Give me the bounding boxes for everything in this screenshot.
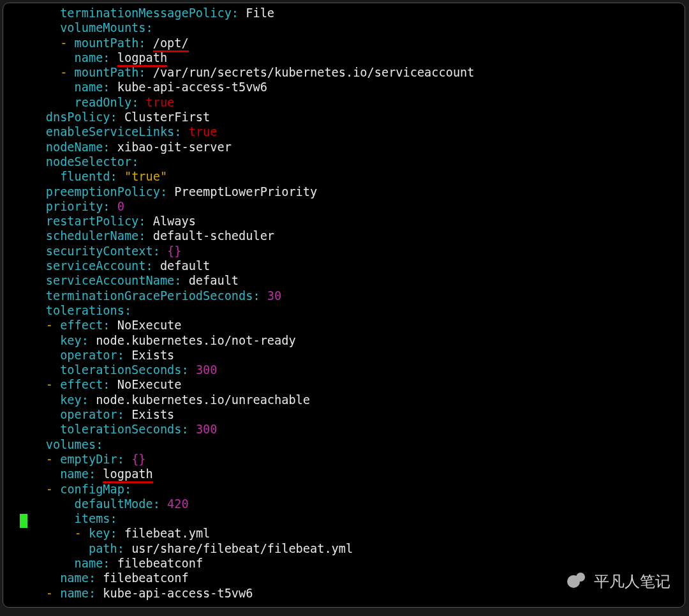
code-line: dnsPolicy: ClusterFirst (17, 110, 679, 124)
terminal-frame: terminationMessagePolicy: File volumeMou… (3, 3, 685, 608)
code-line: securityContext: {} (17, 244, 679, 259)
code-line: operator: Exists (17, 348, 679, 363)
code-line: terminationMessagePolicy: File (17, 6, 679, 20)
code-line: items: (17, 511, 679, 526)
code-line: - effect: NoExecute (17, 318, 679, 333)
code-line: serviceAccountName: default (17, 273, 679, 288)
code-line: tolerationSeconds: 300 (17, 422, 679, 437)
code-line: name: logpath (17, 50, 679, 65)
code-line: volumes: (17, 437, 679, 452)
code-line: name: filebeatconf (17, 556, 679, 571)
code-line: - mountPath: /var/run/secrets/kubernetes… (17, 65, 679, 80)
code-line: key: node.kubernetes.io/not-ready (17, 333, 679, 348)
code-line: fluentd: "true" (17, 169, 679, 184)
code-line: path: usr/share/filebeat/filebeat.yml (17, 541, 679, 556)
code-line: terminationGracePeriodSeconds: 30 (17, 289, 679, 303)
code-line: tolerations: (17, 303, 679, 318)
yaml-code-block: terminationMessagePolicy: File volumeMou… (3, 3, 685, 603)
code-line: preemptionPolicy: PreemptLowerPriority (17, 184, 679, 199)
code-line: - emptyDir: {} (17, 452, 679, 467)
code-line: - mountPath: /opt/ (17, 36, 679, 50)
code-line: schedulerName: default-scheduler (17, 229, 679, 243)
code-line: defaultMode: 420 (17, 497, 679, 511)
watermark-text: 平凡人笔记 (594, 571, 670, 592)
code-line: operator: Exists (17, 407, 679, 422)
code-line: - key: filebeat.yml (17, 526, 679, 541)
code-line: key: node.kubernetes.io/unreachable (17, 393, 679, 407)
code-line: - effect: NoExecute (17, 377, 679, 392)
code-line: priority: 0 (17, 199, 679, 214)
code-line: serviceAccount: default (17, 259, 679, 273)
code-line: name: logpath (17, 467, 679, 481)
code-line: nodeSelector: (17, 154, 679, 169)
code-line: volumeMounts: (17, 20, 679, 35)
terminal-cursor (20, 514, 27, 528)
code-line: tolerationSeconds: 300 (17, 363, 679, 377)
code-line: nodeName: xibao-git-server (17, 140, 679, 154)
watermark: 平凡人笔记 (567, 571, 670, 592)
code-line: - configMap: (17, 482, 679, 497)
code-line: readOnly: true (17, 95, 679, 110)
code-line: name: kube-api-access-t5vw6 (17, 80, 679, 94)
wechat-icon (567, 573, 589, 590)
code-line: enableServiceLinks: true (17, 124, 679, 139)
code-line: restartPolicy: Always (17, 214, 679, 229)
